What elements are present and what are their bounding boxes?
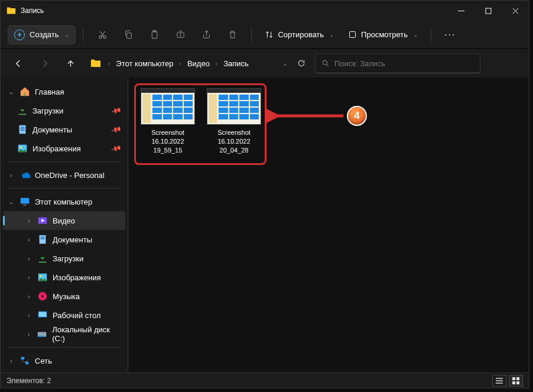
chevron-down-icon: ⌄: [64, 31, 69, 38]
sidebar-item-desktop[interactable]: ›Рабочий стол: [3, 306, 125, 325]
view-icon: [348, 30, 357, 39]
sidebar-item-downloads2[interactable]: ›Загрузки: [3, 249, 125, 268]
pin-icon: 📌: [110, 105, 122, 116]
svg-rect-38: [516, 377, 519, 380]
svg-point-24: [40, 275, 43, 277]
file-name: Screenshot16.10.202220_04_28: [217, 128, 251, 155]
search-input[interactable]: Поиск: Запись: [315, 53, 480, 73]
document-icon: [17, 124, 28, 135]
document-icon: [37, 234, 48, 245]
music-icon: [37, 291, 48, 302]
sidebar-item-home[interactable]: ⌄Главная: [3, 82, 125, 101]
svg-rect-14: [20, 130, 24, 131]
video-icon: [37, 215, 48, 226]
svg-rect-0: [458, 11, 464, 11]
folder-icon: [6, 7, 16, 15]
chevron-down-icon: ⌄: [329, 31, 334, 38]
delete-button[interactable]: [220, 24, 244, 46]
pin-icon: 📌: [110, 124, 122, 135]
sort-button[interactable]: Сортировать ⌄: [259, 27, 340, 43]
sidebar-item-downloads[interactable]: Загрузки📌: [3, 101, 125, 120]
separator: [251, 28, 252, 42]
sidebar: ⌄Главная Загрузки📌 Документы📌 Изображени…: [1, 77, 128, 372]
search-placeholder: Поиск: Запись: [334, 59, 385, 68]
maximize-button[interactable]: [474, 1, 502, 21]
separator: [83, 28, 83, 42]
sidebar-item-thispc[interactable]: ⌄Этот компьютер: [3, 192, 125, 211]
folder-icon: [90, 59, 101, 68]
svg-rect-31: [21, 357, 24, 360]
svg-point-16: [20, 146, 22, 148]
svg-rect-30: [38, 336, 44, 337]
annotation-badge: 4: [347, 106, 367, 126]
svg-rect-13: [20, 128, 24, 129]
view-label: Просмотреть: [361, 30, 408, 39]
forward-button[interactable]: [34, 53, 55, 74]
download-icon: [17, 105, 28, 116]
sidebar-item-network[interactable]: ›Сеть: [3, 351, 125, 370]
thumbnails-view-button[interactable]: [509, 375, 523, 387]
paste-button[interactable]: [142, 24, 166, 46]
copy-button[interactable]: [116, 24, 140, 46]
more-button[interactable]: ···: [438, 30, 462, 40]
sidebar-item-documents[interactable]: Документы📌: [3, 120, 125, 139]
details-view-button[interactable]: [492, 375, 506, 387]
titlebar: Запись: [1, 1, 529, 21]
statusbar: Элементов: 2: [1, 372, 529, 388]
file-name: Screenshot16.10.202219_59_15: [151, 128, 184, 155]
svg-rect-34: [496, 378, 503, 379]
svg-rect-8: [350, 32, 356, 38]
pin-icon: 📌: [110, 142, 122, 154]
explorer-window: Запись + Создать ⌄ Сортировать ⌄ Просмот…: [0, 0, 529, 388]
breadcrumb[interactable]: Этот компьютер: [115, 57, 174, 70]
file-item[interactable]: Screenshot16.10.202219_59_15: [139, 88, 197, 155]
svg-rect-28: [39, 312, 47, 317]
svg-point-9: [323, 60, 327, 64]
file-item[interactable]: Screenshot16.10.202220_04_28: [205, 88, 263, 155]
svg-point-26: [41, 295, 44, 297]
file-thumbnail: [141, 88, 195, 125]
close-button[interactable]: [502, 1, 529, 21]
breadcrumb[interactable]: Запись: [222, 57, 250, 70]
sidebar-item-pictures2[interactable]: ›Изображения: [3, 268, 125, 287]
sidebar-item-localdisk[interactable]: ›Локальный диск (C:): [3, 325, 125, 344]
svg-rect-35: [496, 380, 503, 381]
chevron-down-icon[interactable]: ⌄: [282, 60, 288, 67]
svg-rect-39: [512, 381, 515, 384]
svg-rect-12: [20, 127, 24, 128]
address-bar[interactable]: › Этот компьютер › Видео › Запись ⌄: [86, 53, 310, 73]
breadcrumb[interactable]: Видео: [186, 57, 211, 70]
cut-button[interactable]: [90, 24, 114, 46]
view-button[interactable]: Просмотреть ⌄: [342, 27, 424, 43]
svg-rect-36: [496, 383, 503, 384]
picture-icon: [17, 143, 28, 154]
onedrive-icon: [20, 170, 30, 180]
rename-button[interactable]: [168, 24, 192, 46]
sort-icon: [265, 30, 274, 39]
file-pane[interactable]: Screenshot16.10.202219_59_15 Screenshot1…: [128, 77, 529, 372]
svg-rect-37: [512, 377, 515, 380]
chevron-down-icon: ⌄: [413, 31, 418, 38]
search-icon: [321, 59, 330, 67]
refresh-icon[interactable]: [297, 59, 306, 67]
back-button[interactable]: [8, 53, 29, 74]
sidebar-item-documents2[interactable]: ›Документы: [3, 230, 125, 249]
network-icon: [20, 355, 30, 366]
minimize-button[interactable]: [447, 1, 474, 21]
sidebar-item-onedrive[interactable]: ›OneDrive - Personal: [3, 166, 125, 184]
pc-icon: [20, 196, 30, 207]
sidebar-item-video[interactable]: ›Видео: [3, 211, 125, 230]
svg-rect-11: [20, 125, 26, 134]
disk-icon: [37, 329, 47, 339]
sidebar-item-music[interactable]: ›Музыка: [3, 287, 125, 306]
item-count: Элементов: 2: [6, 377, 51, 385]
new-button[interactable]: + Создать ⌄: [8, 25, 76, 44]
svg-rect-32: [25, 362, 28, 365]
picture-icon: [37, 272, 48, 283]
navbar: › Этот компьютер › Видео › Запись ⌄ Поис…: [1, 49, 529, 77]
sidebar-item-pictures[interactable]: Изображения📌: [3, 139, 125, 158]
share-button[interactable]: [194, 24, 218, 46]
body: ⌄Главная Загрузки📌 Документы📌 Изображени…: [1, 77, 529, 372]
up-button[interactable]: [60, 53, 81, 74]
svg-rect-20: [40, 235, 46, 244]
